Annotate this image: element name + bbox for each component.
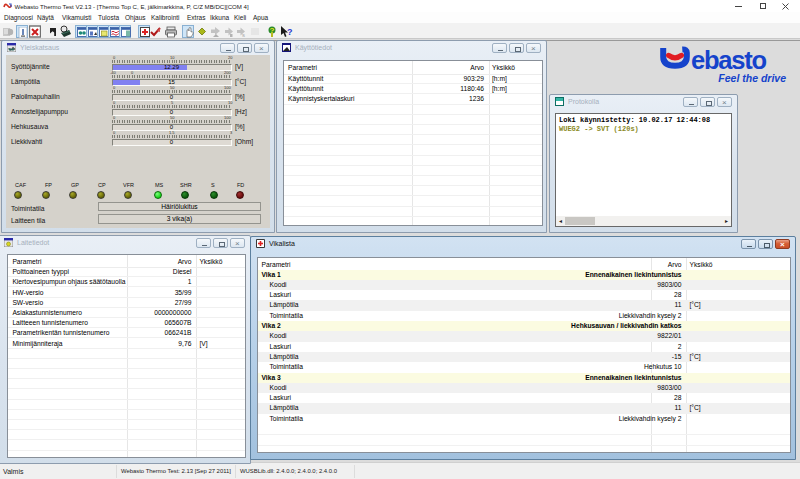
svg-text:ebasto: ebasto	[691, 46, 767, 74]
svg-text:?: ?	[287, 27, 293, 37]
svg-text:Feel the drive: Feel the drive	[718, 72, 786, 84]
svg-text:s: s	[242, 32, 245, 38]
